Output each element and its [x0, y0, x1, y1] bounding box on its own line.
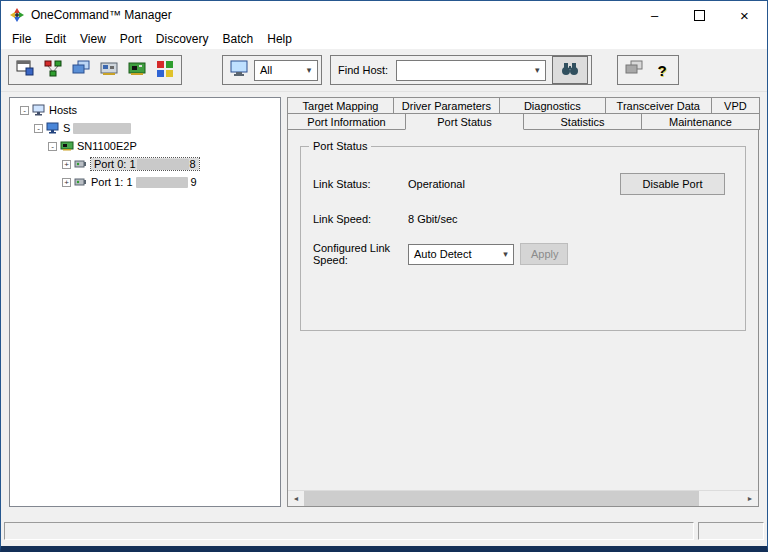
- application-window: OneCommand™ Manager – × File Edit View P…: [0, 0, 768, 552]
- minimize-button[interactable]: –: [632, 1, 677, 29]
- menu-bar: File Edit View Port Discovery Batch Help: [1, 29, 767, 49]
- collapse-icon[interactable]: -: [20, 106, 29, 115]
- toolbar-group-misc: ?: [617, 55, 679, 85]
- status-indicator-panel: [698, 522, 764, 540]
- tab-vpd[interactable]: VPD: [711, 97, 760, 114]
- tab-port-information[interactable]: Port Information: [287, 113, 406, 130]
- configured-link-speed-value: Auto Detect: [414, 248, 471, 260]
- toolbar-group-main: [8, 55, 182, 85]
- tree-item-adapter[interactable]: - SN1100E2P: [10, 137, 280, 155]
- gray-monitors-icon: [624, 59, 644, 82]
- link-status-label: Link Status:: [313, 178, 408, 190]
- tab-maintenance[interactable]: Maintenance: [641, 113, 760, 130]
- groupbox-title: Port Status: [309, 140, 371, 152]
- apply-button[interactable]: Apply: [520, 243, 568, 265]
- host-icon: [46, 121, 60, 135]
- tab-statistics[interactable]: Statistics: [523, 113, 642, 130]
- tree-label-port-0-selected: Port 0: 1 8: [91, 158, 199, 170]
- scrollbar-thumb[interactable]: [304, 491, 699, 506]
- find-host-search-button[interactable]: [552, 56, 588, 84]
- configured-link-speed-dropdown[interactable]: Auto Detect ▾: [408, 244, 514, 265]
- link-speed-value: 8 Gbit/sec: [408, 213, 458, 225]
- link-status-value: Operational: [408, 178, 465, 190]
- tree-item-hosts[interactable]: - Hosts: [10, 101, 280, 119]
- port-1-suffix: 9: [191, 176, 197, 188]
- window-title: OneCommand™ Manager: [31, 8, 172, 22]
- chevron-down-icon: ▾: [529, 65, 545, 75]
- expand-icon[interactable]: +: [62, 178, 71, 187]
- redacted-port-1-wwpn: [136, 177, 188, 188]
- tab-row-2: Port Information Port Status Statistics …: [287, 113, 759, 130]
- tab-row-1: Target Mapping Driver Parameters Diagnos…: [287, 97, 759, 114]
- port-icon: [74, 175, 88, 189]
- port-0-prefix: Port 0: 1: [94, 158, 136, 170]
- title-bar: OneCommand™ Manager – ×: [1, 1, 767, 29]
- status-bar: [1, 517, 767, 546]
- maximize-button[interactable]: [677, 1, 722, 29]
- binoculars-icon: [561, 62, 579, 79]
- tab-transceiver-data[interactable]: Transceiver Data: [605, 97, 712, 114]
- toolbar-group-find: Find Host: ▾: [330, 55, 592, 85]
- tab-target-mapping[interactable]: Target Mapping: [287, 97, 394, 114]
- disable-port-button[interactable]: Disable Port: [620, 173, 725, 195]
- tab-port-status[interactable]: Port Status: [405, 113, 524, 130]
- expand-icon[interactable]: +: [62, 160, 71, 169]
- hosts-view-button[interactable]: [68, 58, 94, 82]
- configured-link-speed-row: Configured Link Speed: Auto Detect ▾ App…: [313, 243, 733, 265]
- mixed-view-button[interactable]: [152, 58, 178, 82]
- filter-value: All: [260, 64, 272, 76]
- discovery-icon: [15, 59, 35, 82]
- find-host-label: Find Host:: [338, 64, 388, 76]
- help-icon: ?: [658, 62, 667, 79]
- link-status-row: Link Status: Operational Disable Port: [313, 173, 733, 195]
- menu-item-discovery[interactable]: Discovery: [149, 30, 216, 48]
- adapter-icon: [99, 59, 119, 82]
- close-icon: ×: [740, 7, 749, 24]
- scrollbar-track[interactable]: [699, 491, 742, 506]
- horizontal-scrollbar[interactable]: ◄ ►: [288, 490, 758, 506]
- tree-item-port-0[interactable]: + Port 0: 1 8: [10, 155, 280, 173]
- scroll-right-button[interactable]: ►: [742, 491, 758, 506]
- adapter-card-icon: [60, 139, 74, 153]
- adapters-view-button[interactable]: [96, 58, 122, 82]
- find-host-input[interactable]: ▾: [396, 60, 546, 81]
- scroll-left-button[interactable]: ◄: [288, 491, 304, 506]
- port-1-prefix: Port 1: 1: [91, 176, 133, 188]
- window-controls: – ×: [632, 1, 767, 29]
- host-tree-panel: - Hosts -: [9, 97, 281, 507]
- menu-item-edit[interactable]: Edit: [38, 30, 73, 48]
- chevron-down-icon: ▾: [498, 249, 513, 259]
- menu-item-batch[interactable]: Batch: [216, 30, 261, 48]
- collapse-icon[interactable]: -: [48, 142, 57, 151]
- tab-driver-parameters[interactable]: Driver Parameters: [393, 97, 500, 114]
- close-button[interactable]: ×: [722, 1, 767, 29]
- chevron-down-icon: ▾: [301, 65, 317, 75]
- menu-item-help[interactable]: Help: [260, 30, 299, 48]
- tab-diagnostics[interactable]: Diagnostics: [499, 97, 606, 114]
- reset-view-button[interactable]: [621, 58, 647, 82]
- tree-item-host[interactable]: - S: [10, 119, 280, 137]
- cluster-icon: [43, 59, 63, 82]
- configured-link-speed-label: Configured Link Speed:: [313, 242, 408, 266]
- scroll-right-icon: ►: [747, 495, 754, 502]
- view-filter-button[interactable]: [226, 58, 252, 82]
- toolbar-group-filter: All ▾: [222, 55, 322, 85]
- filter-dropdown[interactable]: All ▾: [254, 60, 318, 81]
- collapse-icon[interactable]: -: [34, 124, 43, 133]
- ports-view-button[interactable]: [124, 58, 150, 82]
- maximize-icon: [694, 10, 705, 21]
- tree-label-host-prefix: S: [63, 122, 70, 134]
- help-button[interactable]: ?: [649, 58, 675, 82]
- port-status-pane: Port Status Link Status: Operational Dis…: [287, 129, 759, 507]
- tree-item-port-1[interactable]: + Port 1: 1 9: [10, 173, 280, 191]
- main-area: - Hosts -: [1, 92, 767, 517]
- menu-item-view[interactable]: View: [73, 30, 113, 48]
- discovery-button[interactable]: [12, 58, 38, 82]
- minimize-icon: –: [651, 8, 658, 23]
- hosts-icon: [71, 59, 91, 82]
- menu-item-file[interactable]: File: [5, 30, 38, 48]
- cluster-view-button[interactable]: [40, 58, 66, 82]
- menu-item-port[interactable]: Port: [113, 30, 149, 48]
- tree-label-hosts: Hosts: [49, 104, 77, 116]
- port-status-content: Port Status Link Status: Operational Dis…: [288, 130, 758, 490]
